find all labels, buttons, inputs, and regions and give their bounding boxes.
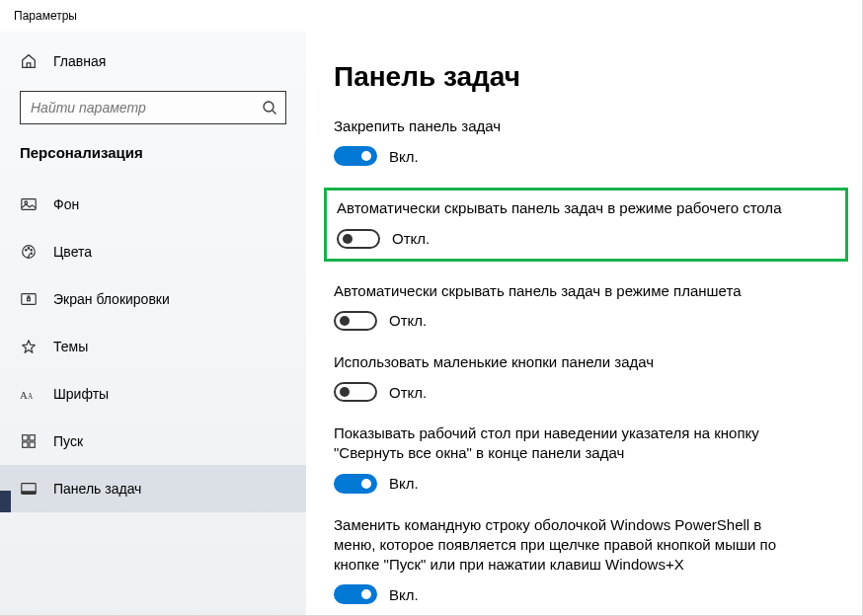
sidebar-item-fonts[interactable]: AA Шрифты [0, 370, 306, 418]
toggle-powershell[interactable] [334, 584, 377, 604]
search-wrap [0, 81, 306, 126]
setting-label: Автоматически скрывать панель задач в ре… [334, 281, 788, 301]
svg-rect-15 [30, 442, 35, 447]
svg-rect-13 [30, 435, 35, 440]
svg-rect-1 [22, 199, 36, 210]
themes-icon [20, 338, 38, 355]
picture-icon [20, 195, 38, 213]
setting-autohide_desktop: Автоматически скрывать панель задач в ре… [324, 188, 848, 261]
page-title: Панель задач [334, 61, 838, 93]
svg-rect-17 [22, 491, 36, 494]
sidebar: Главная Персонализация Фон Цвета [0, 32, 306, 615]
sidebar-item-label: Фон [53, 196, 79, 212]
lock-frame-icon [20, 290, 38, 308]
svg-text:A: A [20, 389, 28, 401]
sidebar-item-lockscreen[interactable]: Экран блокировки [0, 275, 306, 323]
toggle-lock[interactable] [334, 146, 377, 166]
sidebar-item-background[interactable]: Фон [0, 181, 306, 228]
sidebar-item-label: Панель задач [53, 481, 141, 497]
toggle-autohide_tablet[interactable] [334, 311, 377, 331]
sidebar-item-label: Пуск [53, 433, 83, 449]
toggle-state-text: Откл. [392, 230, 430, 247]
setting-label: Заменить командную строку оболочкой Wind… [334, 515, 788, 576]
sidebar-item-taskbar[interactable]: Панель задач [0, 465, 306, 512]
setting-label: Автоматически скрывать панель задач в ре… [337, 198, 791, 218]
sidebar-item-start[interactable]: Пуск [0, 418, 306, 465]
toggle-autohide_desktop[interactable] [337, 229, 380, 249]
svg-point-4 [26, 249, 27, 250]
sidebar-item-label: Шрифты [53, 386, 109, 402]
svg-point-6 [31, 249, 32, 250]
search-box[interactable] [20, 91, 286, 124]
svg-point-5 [28, 248, 29, 249]
titlebar: Параметры [0, 0, 862, 32]
home-button[interactable]: Главная [0, 41, 306, 81]
toggle-peek[interactable] [334, 474, 377, 494]
toggle-state-text: Откл. [389, 384, 427, 401]
toggle-state-text: Вкл. [389, 148, 419, 165]
setting-small_buttons: Использовать маленькие кнопки панели зад… [334, 352, 838, 402]
palette-icon [20, 243, 38, 261]
setting-peek: Показывать рабочий стол при наведении ук… [334, 424, 838, 494]
window-body: Главная Персонализация Фон Цвета [0, 32, 862, 615]
toggle-state-text: Откл. [389, 312, 427, 329]
toggle-state-text: Вкл. [389, 586, 419, 603]
svg-point-0 [264, 102, 274, 112]
svg-rect-8 [22, 294, 36, 305]
svg-text:A: A [28, 393, 34, 401]
setting-label: Использовать маленькие кнопки панели зад… [334, 352, 788, 372]
toggle-row: Вкл. [334, 584, 838, 604]
setting-label: Закрепить панель задач [334, 116, 788, 136]
svg-rect-12 [23, 435, 28, 440]
toggle-row: Откл. [334, 311, 838, 331]
settings-window: Параметры Главная [0, 0, 863, 616]
setting-powershell: Заменить командную строку оболочкой Wind… [334, 515, 838, 605]
toggle-row: Вкл. [334, 146, 838, 166]
taskbar-icon [20, 480, 38, 498]
toggle-small_buttons[interactable] [334, 382, 377, 402]
sidebar-item-label: Темы [53, 339, 88, 354]
sidebar-item-label: Экран блокировки [53, 291, 170, 307]
home-label: Главная [53, 53, 106, 69]
setting-autohide_tablet: Автоматически скрывать панель задач в ре… [334, 281, 838, 331]
svg-rect-14 [23, 442, 28, 447]
toggle-row: Откл. [334, 382, 838, 402]
toggle-row: Откл. [337, 229, 835, 249]
svg-rect-9 [28, 298, 31, 301]
setting-lock: Закрепить панель задач Вкл. [334, 116, 838, 166]
toggle-row: Вкл. [334, 474, 838, 494]
start-icon [20, 432, 38, 450]
sidebar-nav: Фон Цвета Экран блокировки ТемыAA Шрифты… [0, 181, 306, 512]
sidebar-item-label: Цвета [53, 244, 92, 260]
search-input[interactable] [31, 100, 262, 116]
svg-point-2 [25, 201, 28, 204]
sidebar-item-themes[interactable]: Темы [0, 323, 306, 370]
toggle-state-text: Вкл. [389, 475, 419, 492]
window-title: Параметры [14, 9, 77, 23]
home-icon [20, 52, 38, 70]
sidebar-section-title: Персонализация [0, 126, 306, 171]
fonts-icon: AA [20, 385, 38, 403]
settings-list: Закрепить панель задач Вкл. Автоматическ… [334, 116, 838, 615]
sidebar-item-colors[interactable]: Цвета [0, 228, 306, 275]
main-content: Панель задач Закрепить панель задач Вкл.… [306, 32, 862, 615]
svg-point-7 [31, 253, 32, 254]
setting-label: Показывать рабочий стол при наведении ук… [334, 424, 788, 464]
search-icon [262, 100, 277, 116]
